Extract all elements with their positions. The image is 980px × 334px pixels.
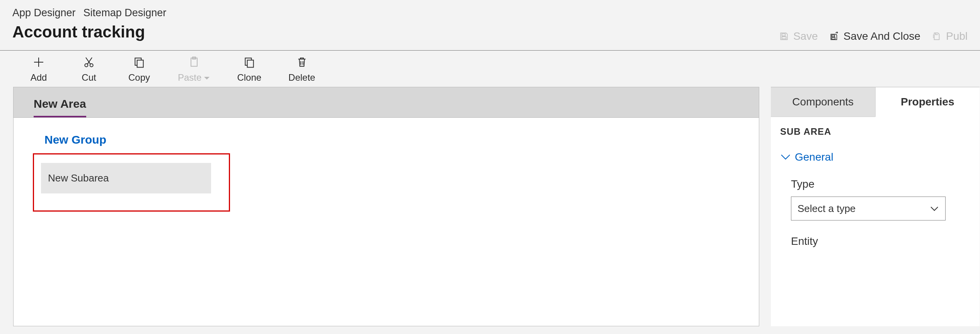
sitemap-canvas: New Area New Group New Subarea <box>13 87 759 326</box>
toolbar: Add Cut Copy Paste Clone Delet <box>0 51 980 87</box>
header-left: App Designer Sitemap Designer Account tr… <box>12 7 166 41</box>
page-title: Account tracking <box>12 23 166 41</box>
save-close-icon <box>829 31 840 42</box>
add-button[interactable]: Add <box>27 55 50 83</box>
delete-label: Delete <box>288 72 315 83</box>
area-tab-new-area[interactable]: New Area <box>14 87 98 117</box>
prop-entity-label: Entity <box>791 235 970 248</box>
header: App Designer Sitemap Designer Account tr… <box>0 0 980 51</box>
type-select[interactable]: Select a type <box>791 197 946 220</box>
svg-rect-7 <box>247 60 253 68</box>
tab-components[interactable]: Components <box>771 87 875 117</box>
type-select-value: Select a type <box>798 203 856 215</box>
panel-body: SUB AREA General Type Select a type Enti… <box>771 117 980 263</box>
trash-icon <box>296 55 308 69</box>
save-close-label: Save And Close <box>844 30 920 42</box>
save-button: Save <box>779 30 818 42</box>
group-new-group[interactable]: New Group <box>33 133 740 153</box>
subarea-item[interactable]: New Subarea <box>41 163 211 193</box>
publish-button: Publ <box>931 30 968 42</box>
header-actions: Save Save And Close Publ <box>779 7 968 42</box>
panel-heading: SUB AREA <box>780 126 970 137</box>
copy-label: Copy <box>128 72 150 83</box>
cut-label: Cut <box>82 72 96 83</box>
paste-label: Paste <box>178 72 201 83</box>
tab-properties[interactable]: Properties <box>875 87 980 117</box>
paste-button: Paste <box>178 55 210 83</box>
panel-tabs: Components Properties <box>771 87 980 117</box>
area-content: New Group New Subarea <box>14 118 759 227</box>
save-and-close-button[interactable]: Save And Close <box>829 30 920 42</box>
side-panel: Components Properties SUB AREA General T… <box>771 87 980 326</box>
cut-button[interactable]: Cut <box>77 55 101 83</box>
area-tab-row: New Area <box>14 87 759 118</box>
publish-label: Publ <box>946 30 968 42</box>
clipboard-icon <box>188 55 200 69</box>
scissors-icon <box>83 55 95 69</box>
breadcrumb-page[interactable]: Sitemap Designer <box>84 7 167 19</box>
publish-icon <box>931 31 942 42</box>
caret-down-icon <box>204 72 210 83</box>
chevron-down-icon <box>930 203 939 215</box>
clone-label: Clone <box>237 72 261 83</box>
chevron-down-icon <box>780 151 791 163</box>
delete-button[interactable]: Delete <box>288 55 315 83</box>
main: New Area New Group New Subarea Component… <box>0 87 980 326</box>
copy-icon <box>133 55 145 69</box>
section-general-label: General <box>795 151 833 163</box>
breadcrumb: App Designer Sitemap Designer <box>12 7 166 19</box>
clone-icon <box>243 55 256 69</box>
svg-rect-3 <box>137 60 143 68</box>
area-tab-label: New Area <box>34 97 86 110</box>
copy-button[interactable]: Copy <box>128 55 151 83</box>
save-label: Save <box>793 30 818 42</box>
subarea-highlight-frame: New Subarea <box>33 153 230 212</box>
add-label: Add <box>31 72 47 83</box>
prop-type-label: Type <box>791 178 970 190</box>
breadcrumb-app[interactable]: App Designer <box>12 7 76 19</box>
section-general[interactable]: General <box>780 151 970 163</box>
save-icon <box>779 31 789 42</box>
clone-button[interactable]: Clone <box>237 55 261 83</box>
plus-icon <box>32 55 45 69</box>
